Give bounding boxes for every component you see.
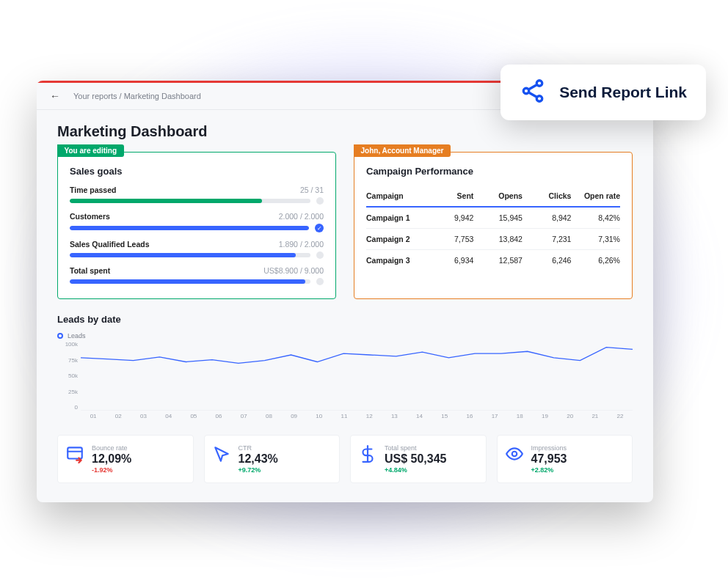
leads-line-svg xyxy=(81,341,633,411)
cell: Campaign 3 xyxy=(366,256,425,265)
x-tick: 12 xyxy=(357,413,382,422)
stat-value: 47,953 xyxy=(531,452,625,466)
bounce-icon xyxy=(65,444,84,463)
stat-value: US$ 50,345 xyxy=(385,452,478,466)
stat-label: Bounce rate xyxy=(92,444,186,452)
goal-value: 2.000 / 2.000 xyxy=(279,212,324,221)
goal-progress-fill xyxy=(70,226,309,230)
goal-label: Customers xyxy=(70,212,110,221)
x-tick: 05 xyxy=(181,413,206,422)
performance-table-head: Campaign Sent Opens Clicks Open rate xyxy=(366,186,620,208)
table-row[interactable]: Campaign 19,94215,9458,9428,42% xyxy=(366,208,620,229)
app-window: ← Your reports / Marketing Dashboard Mar… xyxy=(37,81,653,502)
x-tick: 11 xyxy=(332,413,357,422)
stats-row: Bounce rate12,09%-1.92%CTR12,43%+9.72%To… xyxy=(57,435,633,483)
manager-badge: John, Account Manager xyxy=(354,144,451,157)
cell: 8,42% xyxy=(571,213,620,222)
svg-point-4 xyxy=(512,452,517,457)
send-report-popup[interactable]: Send Report Link xyxy=(500,65,706,120)
x-tick: 19 xyxy=(532,413,557,422)
x-axis: 0102030405060708091011121314151617181920… xyxy=(81,413,633,422)
content-area: Marketing Dashboard You are editing Sale… xyxy=(37,110,653,499)
performance-table-body: Campaign 19,94215,9458,9428,42%Campaign … xyxy=(366,208,620,271)
goal-progress-track xyxy=(70,199,310,203)
goal-progress-fill xyxy=(70,199,262,203)
table-row[interactable]: Campaign 36,93412,5876,2466,26% xyxy=(366,250,620,271)
legend-dot-icon xyxy=(57,333,63,339)
cell: Campaign 1 xyxy=(366,213,425,222)
x-tick: 03 xyxy=(131,413,156,422)
leads-chart-title: Leads by date xyxy=(57,314,633,325)
goal-progress-track xyxy=(70,226,309,230)
goal-label: Time passed xyxy=(70,186,116,194)
table-row[interactable]: Campaign 27,75313,8427,2317,31% xyxy=(366,229,620,250)
col-open-rate: Open rate xyxy=(571,191,620,200)
svg-point-7 xyxy=(536,96,542,102)
goal-progress-fill xyxy=(70,253,296,257)
top-cards-row: You are editing Sales goals Time passed2… xyxy=(57,152,633,299)
col-sent: Sent xyxy=(425,191,474,200)
sales-goals-card: You are editing Sales goals Time passed2… xyxy=(57,152,336,299)
y-tick: 100k xyxy=(57,341,78,348)
svg-point-6 xyxy=(523,88,529,94)
x-tick: 02 xyxy=(106,413,131,422)
goal-dot-icon xyxy=(316,252,324,259)
col-opens: Opens xyxy=(473,191,523,200)
x-tick: 22 xyxy=(608,413,633,422)
breadcrumb[interactable]: Your reports / Marketing Dashboard xyxy=(73,92,201,100)
stat-card[interactable]: CTR12,43%+9.72% xyxy=(204,435,341,483)
stat-value: 12,43% xyxy=(239,452,332,466)
x-tick: 10 xyxy=(307,413,332,422)
editing-badge: You are editing xyxy=(57,144,125,157)
x-tick: 04 xyxy=(156,413,181,422)
stat-delta: -1.92% xyxy=(92,466,186,474)
x-tick: 16 xyxy=(457,413,482,422)
cell: 7,753 xyxy=(425,235,474,243)
goal-dot-icon xyxy=(316,278,324,285)
x-tick: 18 xyxy=(507,413,532,422)
check-icon: ✓ xyxy=(315,224,324,232)
x-tick: 17 xyxy=(482,413,507,422)
campaign-performance-card: John, Account Manager Campaign Performan… xyxy=(354,152,633,299)
dollar-icon xyxy=(358,444,377,463)
stat-card[interactable]: Total spentUS$ 50,345+4.84% xyxy=(350,435,487,483)
stat-card[interactable]: Impressions47,953+2.82% xyxy=(497,435,633,483)
leads-line xyxy=(81,348,633,364)
x-tick: 21 xyxy=(583,413,608,422)
stat-card[interactable]: Bounce rate12,09%-1.92% xyxy=(57,435,194,483)
goal-dot-icon xyxy=(316,197,324,205)
cell: 6,934 xyxy=(425,256,474,265)
stat-label: Impressions xyxy=(531,444,625,452)
goal-value: US$8.900 / 9.000 xyxy=(263,266,324,275)
goal-row: Time passed25 / 31 xyxy=(70,186,324,205)
cursor-icon xyxy=(212,444,231,463)
y-tick: 25k xyxy=(57,389,78,395)
back-arrow-icon[interactable]: ← xyxy=(50,90,60,102)
goal-row: Customers2.000 / 2.000✓ xyxy=(70,212,324,232)
cell: 7,231 xyxy=(523,235,572,243)
svg-line-8 xyxy=(528,84,536,89)
cell: 8,942 xyxy=(523,213,572,222)
x-tick: 13 xyxy=(382,413,407,422)
col-campaign: Campaign xyxy=(366,191,425,200)
stat-label: CTR xyxy=(239,444,332,452)
cell: Campaign 2 xyxy=(366,235,425,243)
x-tick: 07 xyxy=(231,413,256,422)
leads-legend: Leads xyxy=(57,332,633,339)
share-icon xyxy=(520,78,546,107)
send-report-label: Send Report Link xyxy=(559,84,687,101)
x-tick: 15 xyxy=(432,413,457,422)
stat-value: 12,09% xyxy=(92,452,186,466)
svg-point-5 xyxy=(536,81,542,87)
legend-label: Leads xyxy=(68,332,86,339)
x-tick: 14 xyxy=(407,413,432,422)
cell: 9,942 xyxy=(425,213,474,222)
y-tick: 50k xyxy=(57,372,78,379)
cell: 13,842 xyxy=(473,235,523,243)
leads-chart-body: 100k75k50k25k0 0102030405060708091011121… xyxy=(57,341,633,422)
goal-label: Total spent xyxy=(70,266,110,275)
goal-progress-fill xyxy=(70,279,305,284)
svg-rect-1 xyxy=(68,447,82,458)
campaign-performance-title: Campaign Performance xyxy=(366,166,620,177)
goal-progress-track xyxy=(70,253,310,257)
